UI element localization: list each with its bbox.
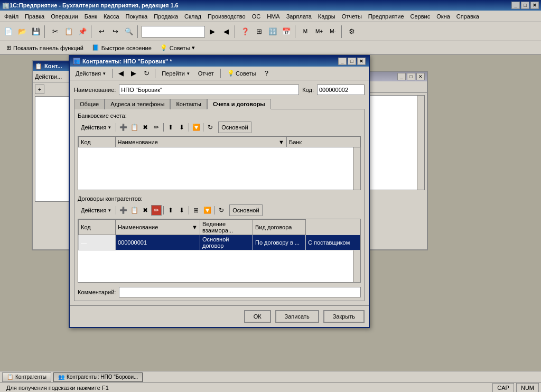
menu-nma[interactable]: НМА xyxy=(264,12,283,21)
c-copy-btn[interactable]: 📋 xyxy=(129,205,139,216)
save-btn[interactable]: 💾 xyxy=(30,25,42,38)
taskbar-contractors[interactable]: 📋 Контрагенты xyxy=(2,372,51,382)
c-sep4 xyxy=(214,206,214,214)
copy-btn[interactable]: 📋 xyxy=(62,25,75,38)
bg2-min-btn[interactable]: _ xyxy=(397,73,406,80)
dialog-actions-btn[interactable]: Действия xyxy=(72,68,109,79)
menu-enterprise[interactable]: Предприятие xyxy=(365,12,407,21)
nav-next-btn[interactable]: ▶ xyxy=(128,68,139,79)
menu-salary[interactable]: Зарплата xyxy=(283,12,315,21)
save-button[interactable]: Записать xyxy=(275,310,319,323)
bank-up-btn[interactable]: ⬆ xyxy=(165,122,176,133)
menu-hr[interactable]: Кадры xyxy=(315,12,339,21)
dialog-report-btn[interactable]: Отчет xyxy=(194,68,218,79)
dialog-min-btn[interactable]: _ xyxy=(338,58,347,65)
search-go-btn[interactable]: ▶ xyxy=(206,25,219,38)
bank-refresh-btn[interactable]: ↻ xyxy=(205,122,216,133)
dialog-tips-btn[interactable]: 💡 Советы xyxy=(223,68,259,79)
bank-actions-btn[interactable]: Действия xyxy=(78,122,114,133)
settings-btn[interactable]: ⚙ xyxy=(346,25,358,38)
show-panel-btn[interactable]: ⊞ Показать панель функций xyxy=(4,43,86,52)
m-btn[interactable]: M xyxy=(299,25,312,38)
bank-main-btn[interactable]: Основной xyxy=(218,122,251,133)
contracts-main-btn[interactable]: Основной xyxy=(229,204,262,216)
refresh-btn[interactable]: ↻ xyxy=(141,68,152,79)
c-down-btn[interactable]: ⬇ xyxy=(176,205,187,216)
dialog-max-btn[interactable]: □ xyxy=(348,58,356,65)
c-add-btn[interactable]: ➕ xyxy=(118,205,128,216)
name-input[interactable] xyxy=(119,85,299,95)
tips-btn[interactable]: 💡 Советы ▾ xyxy=(158,43,197,52)
menu-operations[interactable]: Операции xyxy=(48,12,81,21)
c-del-btn[interactable]: ✖ xyxy=(140,205,151,216)
bank-down-btn[interactable]: ⬇ xyxy=(176,122,187,133)
table-btn[interactable]: ⊞ xyxy=(253,25,265,38)
search-prev-btn[interactable]: ◀ xyxy=(220,25,232,38)
menu-help[interactable]: Справка xyxy=(453,12,482,21)
bank-scroll-area[interactable] xyxy=(78,147,360,190)
search-nav-btn[interactable]: 🔍 xyxy=(123,25,135,38)
paste-btn[interactable]: 📌 xyxy=(76,25,89,38)
help-btn[interactable]: ❓ xyxy=(239,25,251,38)
menu-stock[interactable]: Склад xyxy=(181,12,204,21)
comment-input[interactable] xyxy=(119,287,361,297)
menu-sales[interactable]: Продажа xyxy=(151,12,181,21)
bank-scrollbar[interactable] xyxy=(353,147,360,190)
search-input[interactable] xyxy=(142,26,205,38)
bg2-scrollbar[interactable] xyxy=(417,96,424,190)
menu-os[interactable]: ОС xyxy=(249,12,264,21)
c-up-btn[interactable]: ⬆ xyxy=(165,205,176,216)
redo-btn[interactable]: ↪ xyxy=(109,25,122,38)
menu-windows[interactable]: Окна xyxy=(433,12,453,21)
cut-btn[interactable]: ✂ xyxy=(49,25,61,38)
minimize-btn[interactable]: _ xyxy=(511,2,520,9)
maximize-btn[interactable]: □ xyxy=(521,2,529,9)
new-btn[interactable]: 📄 xyxy=(2,25,15,38)
menu-kassa[interactable]: Касса xyxy=(100,12,123,21)
c-group-btn[interactable]: ⊞ xyxy=(191,205,201,216)
dialog-help-btn[interactable]: ? xyxy=(260,68,272,79)
bg2-max-btn[interactable]: □ xyxy=(407,73,415,80)
contracts-scrollbar[interactable] xyxy=(353,250,360,282)
bg2-close-btn[interactable]: ✕ xyxy=(416,73,425,80)
menu-purchase[interactable]: Покупка xyxy=(123,12,151,21)
menu-production[interactable]: Производство xyxy=(204,12,249,21)
contracts-actions-btn[interactable]: Действия xyxy=(78,204,114,216)
calc-btn[interactable]: 🔢 xyxy=(266,25,279,38)
calendar-btn[interactable]: 📅 xyxy=(280,25,293,38)
open-btn[interactable]: 📂 xyxy=(16,25,29,38)
tab-general[interactable]: Общие xyxy=(74,99,105,109)
c-filter-btn[interactable]: 🔽 xyxy=(202,205,212,216)
close-btn[interactable]: ✕ xyxy=(530,2,539,9)
undo-btn[interactable]: ↩ xyxy=(95,25,108,38)
taskbar-contractors-npo[interactable]: 👥 Контрагенты: НПО "Борови... xyxy=(53,372,143,382)
bank-edit-btn[interactable]: ✏ xyxy=(151,122,162,133)
expand-icon[interactable]: + xyxy=(35,85,44,94)
tab-addresses[interactable]: Адреса и телефоны xyxy=(105,99,170,109)
menu-file[interactable]: Файл xyxy=(1,12,22,21)
close-button[interactable]: Закрыть xyxy=(323,310,365,323)
code-input[interactable] xyxy=(317,85,365,95)
nav-prev-btn[interactable]: ◀ xyxy=(115,68,127,79)
menu-edit[interactable]: Правка xyxy=(22,12,48,21)
m-minus-btn[interactable]: M- xyxy=(327,25,339,38)
bank-copy-btn[interactable]: 📋 xyxy=(129,122,139,133)
m-plus-btn[interactable]: M+ xyxy=(313,25,325,38)
bank-col-bank: Банк xyxy=(286,137,360,147)
menu-bank[interactable]: Банк xyxy=(81,12,100,21)
bank-del-btn[interactable]: ✖ xyxy=(140,122,151,133)
ok-button[interactable]: ОК xyxy=(244,310,271,323)
menu-service[interactable]: Сервис xyxy=(407,12,434,21)
c-edit-btn[interactable]: ✏ xyxy=(151,205,162,216)
quick-learn-btn[interactable]: 📘 Быстрое освоение xyxy=(90,43,154,52)
c-refresh-btn[interactable]: ↻ xyxy=(216,205,227,216)
comment-label: Комментарий: xyxy=(78,289,116,295)
tab-contacts[interactable]: Контакты xyxy=(170,99,207,109)
bank-filter-btn[interactable]: 🔽 xyxy=(191,122,201,133)
tab-accounts[interactable]: Счета и договоры xyxy=(207,99,271,109)
dialog-close-btn[interactable]: ✕ xyxy=(357,58,366,65)
dialog-goto-btn[interactable]: Перейти xyxy=(158,68,193,79)
menu-reports[interactable]: Отчеты xyxy=(339,12,365,21)
bank-add-btn[interactable]: ➕ xyxy=(118,122,128,133)
contract-row-1[interactable]: — 000000001 Основной договор По договору… xyxy=(79,235,360,250)
